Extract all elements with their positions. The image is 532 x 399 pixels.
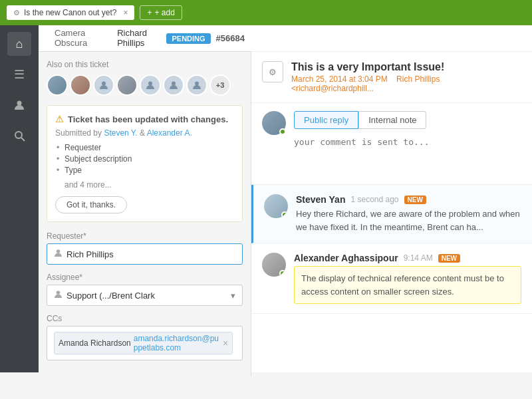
right-header-spacer xyxy=(251,25,532,52)
cc-box[interactable]: Amanda Richardson amanda.richardson@pupp… xyxy=(47,326,243,360)
ticket-id: #56684 xyxy=(216,33,245,43)
message-item: Steven Yan 1 second ago NEW Hey there Ri… xyxy=(251,185,532,243)
reply-tabs: Public reply Internal note xyxy=(294,111,521,129)
svg-point-7 xyxy=(57,249,61,253)
left-panel: Also on this ticket +3 xyxy=(39,52,251,376)
ticket-subject: This is a very Important Issue! xyxy=(291,61,521,73)
requester-value: Rich Phillips xyxy=(66,249,114,259)
alexander-online-dot xyxy=(279,270,286,277)
and-more-text: and 4 more... xyxy=(65,180,112,190)
ccs-field-group: CCs Amanda Richardson amanda.richardson@… xyxy=(47,314,243,360)
alexander-msg-content: Alexander Aghassipour 9:14 AM NEW The di… xyxy=(294,253,521,304)
update-box: ⚠ Ticket has been updated with changes. … xyxy=(47,105,243,222)
svg-point-1 xyxy=(15,132,22,138)
update-sub: Submitted by Steven Y. & Alexander A. xyxy=(55,128,234,138)
ticket-info: This is a very Important Issue! March 25… xyxy=(291,61,521,93)
avatar-5[interactable] xyxy=(140,74,161,96)
avatar-7[interactable] xyxy=(186,74,207,96)
assignee-caret-icon: ▾ xyxy=(231,291,235,301)
internal-note-tab[interactable]: Internal note xyxy=(358,111,426,129)
update-list: Requester Subject description Type xyxy=(55,143,234,175)
cc-name: Amanda Richardson xyxy=(59,338,131,348)
top-bar: ⚙ Is the new Canon out yet? × + + add xyxy=(0,0,532,25)
avatar-more[interactable]: +3 xyxy=(209,74,231,96)
ccs-label: CCs xyxy=(47,314,243,323)
svg-line-2 xyxy=(21,138,25,141)
svg-point-8 xyxy=(57,291,61,295)
assignee-select[interactable]: Support (.../Brent Clark ▾ xyxy=(47,285,243,306)
assignee-user-icon xyxy=(54,290,63,301)
steven-msg-content: Steven Yan 1 second ago NEW Hey there Ri… xyxy=(296,194,521,233)
pending-badge: PENDING xyxy=(166,33,210,44)
public-reply-tab[interactable]: Public reply xyxy=(294,111,358,129)
alexander-msg-header: Alexander Aghassipour 9:14 AM NEW xyxy=(294,253,521,263)
main-layout: ⌂ ☰ Camera Obscura Richard Phillips PEND… xyxy=(0,25,532,372)
update-item-type: Type xyxy=(65,166,234,175)
update-title: Ticket has been updated with changes. xyxy=(68,114,228,124)
nav-users[interactable] xyxy=(7,93,31,117)
reply-box: Public reply Internal note xyxy=(251,103,532,185)
warning-icon: ⚠ xyxy=(55,114,64,124)
nav-tickets[interactable]: ☰ xyxy=(7,63,31,86)
svg-point-0 xyxy=(17,101,22,106)
tab-richard-phillips[interactable]: Richard Phillips xyxy=(108,23,164,55)
steven-body: Hey there Richard, we are aware of the p… xyxy=(296,207,521,233)
tab-close-icon[interactable]: × xyxy=(123,8,128,17)
alexander-a-link[interactable]: Alexander A. xyxy=(147,128,192,138)
steven-badge: NEW xyxy=(404,196,426,204)
current-tab[interactable]: ⚙ Is the new Canon out yet? × xyxy=(7,5,134,20)
update-header: ⚠ Ticket has been updated with changes. xyxy=(55,114,234,124)
message-item: Alexander Aghassipour 9:14 AM NEW The di… xyxy=(251,243,532,314)
cc-tag-amanda: Amanda Richardson amanda.richardson@pupp… xyxy=(54,332,233,354)
avatar-6[interactable] xyxy=(163,74,184,96)
requester-user-icon xyxy=(54,249,63,259)
avatar-2[interactable] xyxy=(70,74,91,96)
more-link: and 4 more... xyxy=(55,180,234,190)
reply-content: Public reply Internal note xyxy=(294,111,521,176)
assignee-field-group: Assignee* Support (.../Brent Clark ▾ xyxy=(47,273,243,306)
avatar-1[interactable] xyxy=(47,74,68,96)
cc-remove-icon[interactable]: × xyxy=(223,338,228,348)
steven-online-dot xyxy=(281,211,288,218)
avatar-4[interactable] xyxy=(116,74,138,96)
ticket-header: ⚙ This is a very Important Issue! March … xyxy=(251,52,532,103)
message-list: Steven Yan 1 second ago NEW Hey there Ri… xyxy=(251,185,532,314)
steven-name: Steven Yan xyxy=(296,194,345,205)
reply-textarea[interactable] xyxy=(294,134,521,174)
add-label: + add xyxy=(154,8,174,17)
gotit-button[interactable]: Got it, thanks. xyxy=(55,196,127,213)
tab-camera-obscura[interactable]: Camera Obscura xyxy=(45,23,105,55)
requester-input[interactable]: Rich Phillips xyxy=(47,243,243,265)
msg-avatar-steven xyxy=(264,194,288,218)
add-button[interactable]: + + add xyxy=(140,5,182,20)
update-item-subject: Subject description xyxy=(65,154,234,164)
svg-point-4 xyxy=(148,82,152,86)
svg-point-3 xyxy=(102,82,106,86)
nav-home[interactable]: ⌂ xyxy=(7,32,31,56)
users-icon xyxy=(13,99,25,111)
ticket-gear-button[interactable]: ⚙ xyxy=(262,61,283,82)
svg-point-6 xyxy=(195,82,199,86)
alexander-body: The display of technical reference conte… xyxy=(294,266,521,304)
assignee-value: Support (.../Brent Clark xyxy=(66,291,155,301)
steven-y-link[interactable]: Steven Y. xyxy=(104,128,137,138)
svg-point-5 xyxy=(172,82,176,86)
reply-avatar-online-dot xyxy=(279,128,286,135)
right-panel: ⚙ This is a very Important Issue! March … xyxy=(251,52,532,372)
requester-label: Requester* xyxy=(47,231,243,241)
ticket-date: March 25, 2014 at 3:04 PM xyxy=(291,74,388,84)
nav-search[interactable] xyxy=(7,124,31,148)
add-plus-icon: + xyxy=(147,8,152,17)
avatar-3[interactable] xyxy=(93,74,114,96)
tab-label: Is the new Canon out yet? xyxy=(24,8,116,17)
alexander-badge: NEW xyxy=(438,254,460,263)
avatars-row: +3 xyxy=(47,74,243,96)
header-tabs: Camera Obscura Richard Phillips PENDING … xyxy=(39,25,251,52)
cc-email: amanda.richardson@puppetlabs.com xyxy=(134,334,219,352)
tab-gear-icon: ⚙ xyxy=(13,9,20,17)
ticket-gear-icon: ⚙ xyxy=(269,67,277,77)
steven-time: 1 second ago xyxy=(350,195,398,204)
update-item-requester: Requester xyxy=(65,143,234,152)
also-on-ticket-label: Also on this ticket xyxy=(47,60,243,69)
side-nav: ⌂ ☰ xyxy=(0,25,39,372)
